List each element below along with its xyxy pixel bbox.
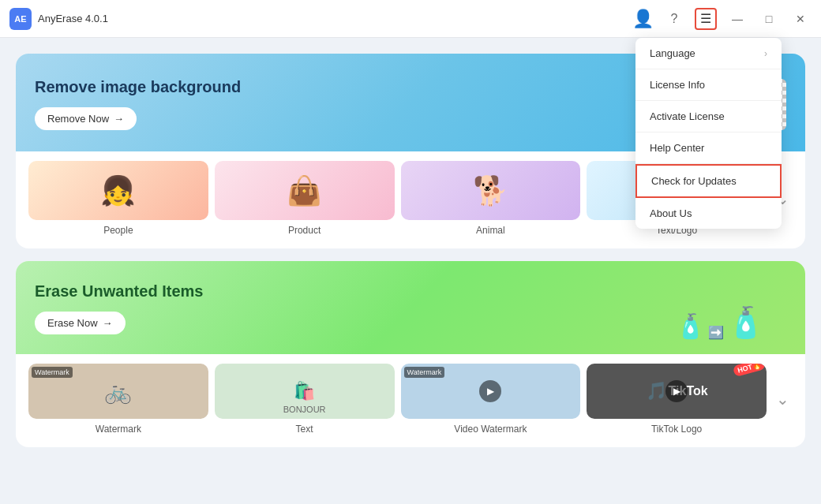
user-avatar-icon[interactable]: 👤 — [632, 8, 654, 30]
remove-now-button[interactable]: Remove Now → — [35, 107, 137, 130]
text-label: Text — [296, 424, 313, 435]
video-watermark-thumb: Watermark ▶ — [401, 364, 581, 419]
close-button[interactable]: ✕ — [789, 8, 812, 30]
dropdown-license-info[interactable]: License Info — [635, 69, 782, 101]
play-button-icon: ▶ — [479, 380, 501, 402]
bottle-icon-2: 🧴 — [727, 305, 764, 340]
erase-arrow-icon: → — [103, 317, 113, 329]
people-emoji: 👧 — [100, 174, 136, 207]
bonjour-text: BONJOUR — [283, 405, 326, 414]
watermark-badge: Watermark — [32, 367, 73, 378]
dropdown-language[interactable]: Language › — [635, 38, 782, 69]
erase-now-button[interactable]: Erase Now → — [35, 312, 126, 334]
text-bag-icon: 🛍️ — [294, 381, 315, 401]
titlebar: AE AnyErase 4.0.1 👤 ? ☰ — □ ✕ — [0, 0, 821, 38]
chevron-right-icon: › — [764, 48, 767, 59]
category-people[interactable]: 👧 People — [28, 161, 208, 236]
erase-card: Erase Unwanted Items Erase Now → 🧴 ➡️ 🧴 — [16, 261, 805, 447]
text-thumb: 🛍️ BONJOUR — [215, 364, 395, 419]
help-icon[interactable]: ? — [663, 8, 685, 30]
tiktok-play-icon: ▶ — [665, 380, 688, 402]
wm-item-tiktok[interactable]: HOT🔥 🎵 TikTok ▶ TikTok Logo — [587, 364, 767, 435]
watermark-label: Watermark — [96, 424, 141, 435]
erase-banner: Erase Unwanted Items Erase Now → 🧴 ➡️ 🧴 — [16, 261, 805, 354]
maximize-button[interactable]: □ — [758, 8, 780, 30]
video-watermark-label: Video Watermark — [454, 424, 527, 435]
watermark-next-arrow[interactable]: ⌄ — [773, 386, 793, 412]
arrow-icon: → — [114, 113, 124, 125]
tiktok-note-icon: 🎵 — [646, 381, 667, 401]
tiktok-thumb: HOT🔥 🎵 TikTok ▶ — [587, 364, 767, 419]
bikes-icon: 🚲 — [104, 379, 132, 405]
titlebar-controls: 👤 ? ☰ — □ ✕ — [632, 8, 812, 30]
wm-item-text[interactable]: 🛍️ BONJOUR Text — [215, 364, 395, 435]
dropdown-activate-license[interactable]: Activate License — [635, 101, 782, 133]
watermark-thumb: Watermark 🚲 — [28, 364, 208, 419]
dropdown-about-us[interactable]: About Us — [635, 198, 782, 229]
watermark-items-grid: Watermark 🚲 Watermark 🛍️ BONJOUR Text — [16, 354, 805, 447]
animal-emoji: 🐕 — [473, 174, 508, 207]
category-animal[interactable]: 🐕 Animal — [401, 161, 581, 236]
dropdown-help-center[interactable]: Help Center — [635, 133, 782, 164]
erase-arrow-decoration: ➡️ — [708, 325, 724, 340]
product-emoji: 👜 — [287, 174, 322, 207]
animal-thumb: 🐕 — [401, 161, 581, 220]
video-watermark-badge: Watermark — [404, 367, 445, 378]
tiktok-label: TikTok Logo — [651, 424, 702, 435]
dropdown-menu: Language › License Info Activate License… — [635, 38, 782, 229]
app-title: AnyErase 4.0.1 — [38, 13, 108, 24]
wm-item-watermark[interactable]: Watermark 🚲 Watermark — [28, 364, 208, 435]
erase-banner-text: Erase Unwanted Items Erase Now → — [35, 282, 203, 334]
animal-label: Animal — [476, 225, 505, 236]
watermark-items: Watermark 🚲 Watermark 🛍️ BONJOUR Text — [28, 364, 767, 435]
hot-badge: HOT🔥 — [733, 364, 766, 377]
category-product[interactable]: 👜 Product — [215, 161, 395, 236]
product-thumb: 👜 — [215, 161, 395, 220]
wm-item-video-watermark[interactable]: Watermark ▶ Video Watermark — [401, 364, 581, 435]
erase-title: Erase Unwanted Items — [35, 282, 203, 301]
menu-icon[interactable]: ☰ — [695, 8, 717, 30]
bottle-icon-1: 🧴 — [676, 312, 705, 340]
minimize-button[interactable]: — — [726, 8, 748, 30]
erase-banner-image: 🧴 ➡️ 🧴 — [676, 277, 786, 340]
remove-bg-title: Remove image background — [35, 78, 241, 96]
people-thumb: 👧 — [28, 161, 208, 220]
app-logo: AE — [9, 8, 32, 30]
people-label: People — [103, 225, 133, 236]
dropdown-check-for-updates[interactable]: Check for Updates — [635, 164, 782, 198]
remove-bg-text: Remove image background Remove Now → — [35, 78, 241, 130]
product-label: Product — [288, 225, 321, 236]
